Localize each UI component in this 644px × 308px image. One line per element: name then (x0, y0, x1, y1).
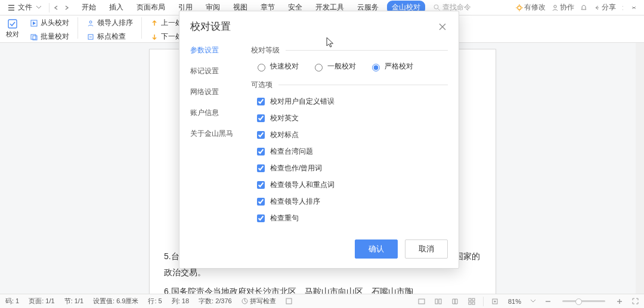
check-english[interactable]: 校对英文 (255, 113, 448, 124)
checkbox-input[interactable] (257, 214, 265, 222)
radio-strict[interactable]: 严格校对 (369, 61, 413, 71)
check-custom-error[interactable]: 校对用户自定义错误 (255, 96, 448, 107)
check-label: 检查领导人和重点词 (270, 180, 335, 190)
section-level-title: 校对等级 (251, 45, 280, 55)
check-label: 检查也作/曾用词 (270, 163, 322, 173)
checkbox-input[interactable] (257, 148, 265, 155)
checkbox-input[interactable] (257, 98, 265, 105)
radio-input[interactable] (258, 64, 265, 71)
level-radios: 快速校对 一般校对 严格校对 (255, 61, 448, 71)
cancel-button[interactable]: 取消 (405, 239, 448, 259)
checkbox-input[interactable] (257, 164, 265, 172)
check-label: 校对标点 (270, 130, 299, 140)
radio-normal[interactable]: 一般校对 (312, 61, 356, 71)
check-label: 检查领导人排序 (270, 197, 320, 207)
radio-input[interactable] (372, 64, 380, 71)
dialog-nav: 参数设置 标记设置 网络设置 账户信息 关于金山黑马 (190, 43, 237, 226)
close-icon (439, 23, 446, 30)
separator (286, 50, 448, 51)
check-label: 检查重句 (270, 213, 299, 223)
checkbox-input[interactable] (257, 181, 265, 189)
options-checks: 校对用户自定义错误 校对英文 校对标点 检查台湾问题 检查也作/曾用词 检查领导… (255, 96, 448, 224)
checkbox-input[interactable] (257, 114, 265, 122)
nav-network[interactable]: 网络设置 (190, 87, 237, 97)
radio-label: 一般校对 (327, 61, 356, 71)
nav-param[interactable]: 参数设置 (190, 45, 237, 55)
check-taiwan[interactable]: 检查台湾问题 (255, 146, 448, 157)
check-yezuo[interactable]: 检查也作/曾用词 (255, 163, 448, 174)
checkbox-input[interactable] (257, 131, 265, 139)
check-label: 校对用户自定义错误 (270, 97, 335, 107)
checkbox-input[interactable] (257, 198, 265, 206)
check-label: 校对英文 (270, 113, 299, 123)
radio-input[interactable] (315, 64, 323, 71)
check-leader-keywords[interactable]: 检查领导人和重点词 (255, 179, 448, 191)
cursor-icon (326, 37, 335, 48)
dialog-title: 校对设置 (190, 20, 231, 33)
nav-mark[interactable]: 标记设置 (190, 66, 237, 76)
nav-account[interactable]: 账户信息 (190, 108, 237, 118)
dialog-overlay: 校对设置 参数设置 标记设置 网络设置 账户信息 关于金山黑马 校对等级 快速校… (0, 0, 644, 308)
radio-label: 严格校对 (385, 61, 413, 71)
separator (278, 85, 448, 85)
check-label: 检查台湾问题 (270, 147, 313, 157)
section-options-title: 可选项 (251, 80, 273, 90)
check-punct[interactable]: 校对标点 (255, 129, 448, 141)
ok-button[interactable]: 确认 (355, 239, 398, 259)
check-leader-sort[interactable]: 检查领导人排序 (255, 196, 448, 207)
close-button[interactable] (437, 21, 448, 32)
check-duplicate[interactable]: 检查重句 (255, 213, 448, 224)
nav-about[interactable]: 关于金山黑马 (190, 129, 237, 139)
dialog-main: 校对等级 快速校对 一般校对 严格校对 可选项 校对用户自定义错误 校对英文 校… (251, 43, 448, 226)
radio-fast[interactable]: 快速校对 (255, 61, 299, 71)
radio-label: 快速校对 (270, 61, 299, 71)
settings-dialog: 校对设置 参数设置 标记设置 网络设置 账户信息 关于金山黑马 校对等级 快速校… (179, 11, 459, 269)
